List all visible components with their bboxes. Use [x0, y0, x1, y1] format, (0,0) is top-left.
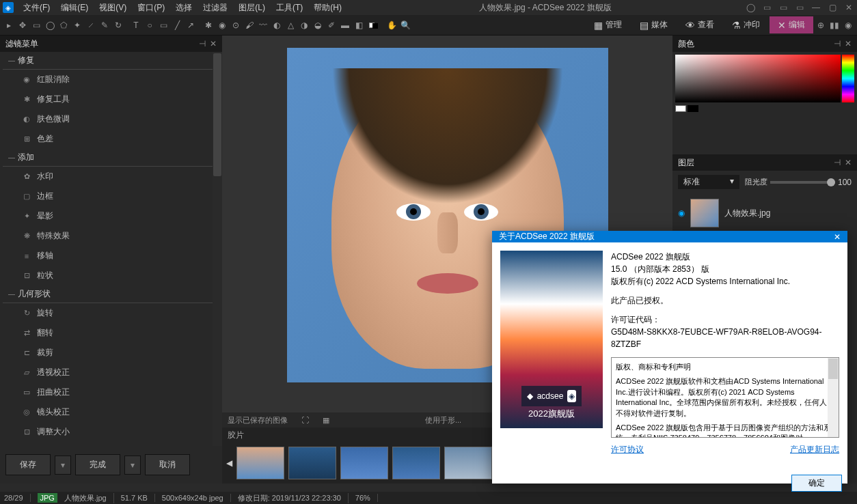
- thumbnail[interactable]: [340, 447, 388, 479]
- thumbnail[interactable]: [288, 447, 336, 479]
- filter-item[interactable]: ▭扭曲校正: [3, 382, 217, 402]
- smudge-icon[interactable]: 〰: [257, 19, 269, 31]
- done-dropdown-icon[interactable]: ▾: [124, 456, 141, 475]
- panel-close-icon[interactable]: ✕: [845, 158, 852, 167]
- blend-mode-select[interactable]: 标准▾: [678, 175, 739, 189]
- brush-icon[interactable]: 🖌: [243, 19, 256, 31]
- panel-icon[interactable]: ▭: [761, 2, 772, 13]
- swatch-white[interactable]: [675, 105, 686, 112]
- filter-item[interactable]: ✿水印: [3, 167, 217, 186]
- extra1-icon[interactable]: ⊕: [815, 19, 827, 31]
- rotate-icon[interactable]: ↻: [112, 19, 124, 31]
- menu-edit[interactable]: 编辑(E): [57, 1, 92, 15]
- gradient-icon[interactable]: ◧: [353, 19, 365, 31]
- line-icon[interactable]: ╱: [171, 19, 183, 31]
- lasso-icon[interactable]: ◯: [44, 19, 56, 31]
- filter-section-header[interactable]: —几何形状: [3, 285, 217, 303]
- filter-item[interactable]: ◎镜头校正: [3, 402, 217, 422]
- wand-icon[interactable]: ✦: [71, 19, 83, 31]
- fill-icon[interactable]: ▬: [339, 19, 351, 31]
- color-gradient[interactable]: [675, 55, 854, 102]
- filmstrip-scroll-left-icon[interactable]: ◀: [226, 458, 232, 468]
- menu-select[interactable]: 选择: [172, 1, 196, 15]
- panel2-icon[interactable]: ▭: [778, 2, 789, 13]
- filter-item[interactable]: ⇄翻转: [3, 323, 217, 343]
- filter-item[interactable]: ✦晕影: [3, 206, 217, 226]
- pen-tool-icon[interactable]: ✎: [98, 19, 111, 31]
- opacity-slider[interactable]: [770, 181, 835, 184]
- swatch-black[interactable]: [688, 105, 698, 112]
- filter-item[interactable]: ≡移轴: [3, 246, 217, 266]
- text-tool-icon[interactable]: T: [130, 19, 142, 31]
- menu-view[interactable]: 视图(V): [95, 1, 131, 15]
- filter-item[interactable]: ▢边框: [3, 186, 217, 206]
- pointer-tool-icon[interactable]: ▸: [3, 19, 15, 31]
- poly-icon[interactable]: ⬠: [57, 19, 70, 31]
- mode-edit[interactable]: ✕编辑: [770, 16, 813, 33]
- minimize-icon[interactable]: —: [811, 2, 821, 13]
- rect-icon[interactable]: ▭: [157, 19, 169, 31]
- heal-icon[interactable]: ✱: [202, 19, 215, 31]
- saved-image-label[interactable]: 显示已保存的图像: [228, 415, 288, 425]
- thumbnail[interactable]: [444, 447, 492, 479]
- filter-item[interactable]: ⊞色差: [3, 129, 217, 149]
- mode-view[interactable]: 👁查看: [677, 16, 722, 33]
- about-titlebar[interactable]: 关于ACDSee 2022 旗舰版 ✕: [492, 231, 847, 242]
- pin-icon[interactable]: ⊣: [199, 39, 206, 48]
- redeye-icon[interactable]: ⊙: [230, 19, 242, 31]
- menu-window[interactable]: 窗口(P): [133, 1, 169, 15]
- ok-button[interactable]: 确定: [791, 475, 842, 492]
- layer-item[interactable]: ◉ 人物效果.jpg: [672, 193, 857, 233]
- clone-icon[interactable]: ◉: [216, 19, 228, 31]
- filter-item[interactable]: ⊡调整大小: [3, 422, 217, 442]
- extra3-icon[interactable]: ◉: [842, 19, 854, 31]
- swatch-icon[interactable]: [366, 19, 380, 31]
- hand-tool-icon[interactable]: ✋: [385, 19, 398, 31]
- menu-filter[interactable]: 过滤器: [199, 1, 232, 15]
- cancel-button[interactable]: 取消: [145, 454, 190, 475]
- hue-slider[interactable]: [842, 55, 854, 102]
- burn-icon[interactable]: ◒: [312, 19, 324, 31]
- slider-thumb[interactable]: [827, 178, 835, 186]
- save-dropdown-icon[interactable]: ▾: [55, 456, 71, 475]
- pin-icon[interactable]: ⊣: [834, 158, 841, 167]
- ellipse-icon[interactable]: ○: [144, 19, 156, 31]
- filter-section-header[interactable]: —添加: [3, 149, 217, 167]
- panel-close-icon[interactable]: ✕: [210, 39, 217, 48]
- sharpen-icon[interactable]: △: [284, 19, 297, 31]
- thumbnail[interactable]: [236, 447, 284, 479]
- histogram-icon[interactable]: ▮▮: [828, 19, 841, 31]
- filter-scrollbar[interactable]: [213, 52, 222, 446]
- panel-close-icon[interactable]: ✕: [845, 39, 852, 48]
- brush-select-icon[interactable]: ⟋: [85, 19, 97, 31]
- menu-layer[interactable]: 图层(L): [234, 1, 269, 15]
- filter-item[interactable]: ⊡粒状: [3, 266, 217, 285]
- update-log-link[interactable]: 产品更新日志: [790, 443, 839, 456]
- layer-visibility-icon[interactable]: ◉: [678, 208, 685, 218]
- filter-item[interactable]: ◐肤色微调: [3, 109, 217, 129]
- arrow-icon[interactable]: ↗: [185, 19, 197, 31]
- about-close-icon[interactable]: ✕: [834, 232, 841, 242]
- filter-item[interactable]: ▱透视校正: [3, 363, 217, 382]
- fit-icon[interactable]: ⛶: [301, 416, 309, 424]
- filter-item[interactable]: ≈液化: [3, 442, 217, 446]
- maximize-icon[interactable]: ▢: [827, 2, 838, 13]
- menu-help[interactable]: 帮助(H): [310, 1, 346, 15]
- actual-icon[interactable]: ▦: [323, 416, 329, 425]
- thumbnail[interactable]: [392, 447, 440, 479]
- filter-item[interactable]: ◉红眼消除: [3, 70, 217, 89]
- scrollbar-thumb[interactable]: [213, 53, 221, 176]
- filter-item[interactable]: ❋特殊效果: [3, 226, 217, 246]
- dodge-icon[interactable]: ◑: [298, 19, 310, 31]
- legal-text-box[interactable]: 版权、商标和专利声明 ACDSee 2022 旗舰版软件和文档由ACD Syst…: [611, 357, 839, 438]
- pin-icon[interactable]: ⊣: [834, 39, 841, 48]
- legal-scrollbar[interactable]: [828, 358, 839, 437]
- filter-item[interactable]: ↻旋转: [3, 303, 217, 323]
- rect-select-icon[interactable]: ▭: [30, 19, 42, 31]
- menu-file[interactable]: 文件(F): [19, 1, 54, 15]
- filter-section-header[interactable]: —修复: [3, 52, 217, 70]
- done-button[interactable]: 完成: [75, 454, 120, 475]
- mode-media[interactable]: ▤媒体: [631, 16, 676, 33]
- user-icon[interactable]: ◯: [745, 2, 756, 13]
- close-icon[interactable]: ✕: [843, 2, 854, 13]
